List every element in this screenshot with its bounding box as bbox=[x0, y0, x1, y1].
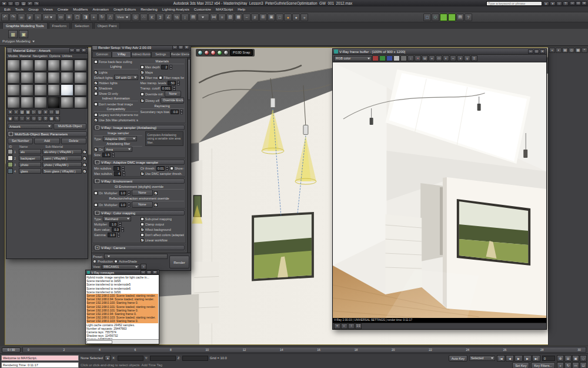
graphite-toggle-icon[interactable]: ▦ bbox=[235, 14, 242, 21]
track-mouse-icon[interactable]: + bbox=[429, 55, 435, 61]
material-sample-18[interactable] bbox=[74, 84, 87, 96]
auto-key-button[interactable]: Auto Key bbox=[449, 355, 467, 362]
menu-create[interactable]: Create bbox=[55, 6, 71, 12]
time-slider-handle[interactable]: 0 / 30 bbox=[2, 347, 21, 353]
log-titlebar[interactable]: V-Ray messages –□× bbox=[86, 270, 159, 275]
background-icon[interactable]: ▨ bbox=[19, 110, 25, 115]
checkbox-on[interactable]: On bbox=[94, 148, 103, 151]
spinner[interactable] bbox=[121, 227, 124, 232]
spinner[interactable] bbox=[117, 233, 120, 237]
clear-image-icon[interactable]: × bbox=[415, 55, 421, 61]
select-and-scale-icon[interactable]: △ bbox=[106, 14, 114, 21]
play-animation-button[interactable]: ▶ bbox=[514, 355, 523, 362]
checkbox-max-depth[interactable]: Max depth bbox=[141, 65, 161, 69]
ribbon-panel-label[interactable]: Polygon Modeling bbox=[2, 39, 35, 43]
bind-to-space-warp-icon[interactable]: ≈ bbox=[34, 14, 42, 21]
menu-group[interactable]: Group bbox=[26, 6, 41, 12]
menu-customize[interactable]: Customize bbox=[192, 6, 213, 12]
rollout-header-v-ray-color-mapping[interactable]: -V-Ray:: Color mapping bbox=[93, 210, 185, 216]
checkbox-toggle[interactable] bbox=[154, 203, 158, 207]
go-to-parent-icon[interactable]: ↰ bbox=[55, 116, 60, 121]
minimize-button[interactable]: – bbox=[69, 48, 75, 52]
material-sample-13[interactable] bbox=[7, 84, 20, 96]
search-go-icon[interactable]: ▸ bbox=[543, 1, 549, 6]
menu-maxscript[interactable]: MAXScript bbox=[213, 6, 235, 12]
restore-button[interactable]: □ bbox=[534, 49, 539, 54]
checkbox-clamp-output[interactable]: Clamp output bbox=[141, 223, 165, 226]
spinner[interactable] bbox=[177, 81, 180, 85]
render-setup-tab-render-elements[interactable]: Render Elements bbox=[171, 51, 190, 57]
minimize-button[interactable]: – bbox=[570, 1, 575, 5]
keyboard-override-icon[interactable]: K bbox=[148, 14, 156, 21]
unlink-selection-icon[interactable]: ø bbox=[26, 14, 34, 21]
sub-material-button[interactable]: paint ( VRayMtl ) bbox=[42, 155, 82, 161]
red-channel-icon[interactable] bbox=[372, 55, 379, 61]
stamp-toggle-icon[interactable]: ≡ bbox=[334, 323, 340, 329]
render-production-icon[interactable]: ● bbox=[284, 14, 292, 21]
sub-material-button[interactable]: alu-shiny ( VRayMtl ) bbox=[42, 149, 82, 154]
percent-snap-icon[interactable]: % bbox=[173, 14, 181, 21]
spinner[interactable] bbox=[128, 203, 131, 207]
restore-button[interactable]: □ bbox=[576, 1, 581, 5]
checkbox-maps[interactable]: Maps bbox=[141, 71, 153, 74]
menu-help[interactable]: Help bbox=[235, 6, 248, 12]
menu-rendering[interactable]: Rendering bbox=[138, 6, 160, 12]
sample-tiling-icon[interactable]: ▦ bbox=[25, 110, 31, 115]
spinner[interactable] bbox=[128, 191, 131, 195]
monochrome-icon[interactable] bbox=[400, 55, 407, 61]
selection-filter-dropdown[interactable]: All bbox=[42, 14, 56, 21]
previous-frame-button[interactable]: ◀ bbox=[506, 355, 514, 362]
view-dropdown[interactable]: RBCAM01 bbox=[102, 264, 139, 270]
material-id-icon[interactable]: 0 bbox=[43, 116, 48, 121]
frame-buffer-titlebar[interactable]: V-Ray frame buffer - [100% of 900 x 1200… bbox=[333, 49, 546, 55]
snap-preset-button[interactable]: PG3D Snap bbox=[230, 49, 253, 56]
zoom-all-icon[interactable]: ⊞ bbox=[564, 355, 572, 362]
rollout-header-v-ray-image-sampler-antialiasing[interactable]: -V-Ray:: Image sampler (Antialiasing) bbox=[93, 125, 185, 130]
material-sample-12[interactable] bbox=[74, 72, 87, 84]
favorites-star-icon[interactable]: ☆ bbox=[556, 1, 562, 6]
select-by-material-icon[interactable]: ▭ bbox=[49, 110, 54, 115]
render-setup-tab-indirect-illumination[interactable]: Indirect illumination bbox=[131, 51, 151, 57]
show-corrections-icon[interactable]: ◐ bbox=[341, 323, 348, 329]
basic-parameters-rollout-header[interactable]: - Multi/Sub-Object Basic Parameters bbox=[7, 131, 87, 137]
key-filters-button[interactable]: Key Filters... bbox=[531, 362, 555, 368]
checkbox-linear-workflow[interactable]: Linear workflow bbox=[141, 238, 168, 242]
expand-icon[interactable]: + bbox=[95, 246, 99, 250]
channel-dropdown[interactable]: RGB color bbox=[334, 56, 372, 61]
material-sample-20[interactable] bbox=[21, 97, 34, 108]
render-setup-tab-v-ray[interactable]: V-Ray bbox=[112, 51, 131, 57]
selection-set-dropdown[interactable]: Selected bbox=[469, 356, 495, 361]
minimize-button[interactable]: – bbox=[141, 270, 146, 274]
minimize-button[interactable]: – bbox=[172, 45, 178, 49]
color-mapping-type-dropdown[interactable]: Reinhard bbox=[103, 216, 131, 221]
set-number-button[interactable]: Set Number bbox=[8, 138, 33, 144]
close-button[interactable]: × bbox=[81, 48, 86, 52]
reset-map-icon[interactable]: × bbox=[25, 116, 31, 121]
checkbox-use-dmc-sampler-thresh[interactable]: Use DMC sampler thresh. bbox=[141, 172, 182, 175]
green-channel-icon[interactable] bbox=[379, 55, 386, 61]
collapse-icon[interactable]: - bbox=[9, 132, 13, 136]
collapse-icon[interactable]: - bbox=[95, 211, 99, 215]
material-sample-21[interactable] bbox=[34, 97, 47, 108]
undo-icon[interactable]: ↶ bbox=[1, 14, 9, 21]
spinner[interactable] bbox=[119, 222, 122, 227]
field-size[interactable]: 1.5 bbox=[102, 152, 111, 157]
material-sample-14[interactable] bbox=[21, 84, 34, 96]
snaps-toggle-icon[interactable]: 3 bbox=[156, 14, 164, 21]
close-button[interactable]: × bbox=[582, 1, 587, 5]
maxscript-listener-white[interactable]: Rendering Time: 0:11:17 bbox=[1, 362, 79, 368]
collapse-icon[interactable]: - bbox=[95, 125, 99, 130]
image-sampler-type-dropdown[interactable]: Adaptive DMC bbox=[103, 136, 137, 141]
backlight-icon[interactable]: ◐ bbox=[14, 110, 19, 115]
curves-icon[interactable]: ~ bbox=[450, 55, 456, 61]
field-value[interactable]: 2 bbox=[161, 65, 168, 69]
sub-material-on-checkbox[interactable] bbox=[83, 163, 86, 167]
material-sample-15[interactable] bbox=[34, 84, 47, 96]
undo-icon[interactable]: ↶ bbox=[27, 1, 33, 6]
utilities-tab-icon[interactable]: * bbox=[582, 48, 587, 53]
field-secondary-rays-bias[interactable]: 0.0 bbox=[171, 110, 179, 114]
zoom-icon[interactable]: ⊕ bbox=[557, 355, 564, 362]
field-gamma[interactable]: 1.0 bbox=[108, 233, 116, 237]
ribbon-tab-selection[interactable]: Selection bbox=[71, 22, 93, 29]
material-sample-5[interactable] bbox=[61, 59, 74, 71]
